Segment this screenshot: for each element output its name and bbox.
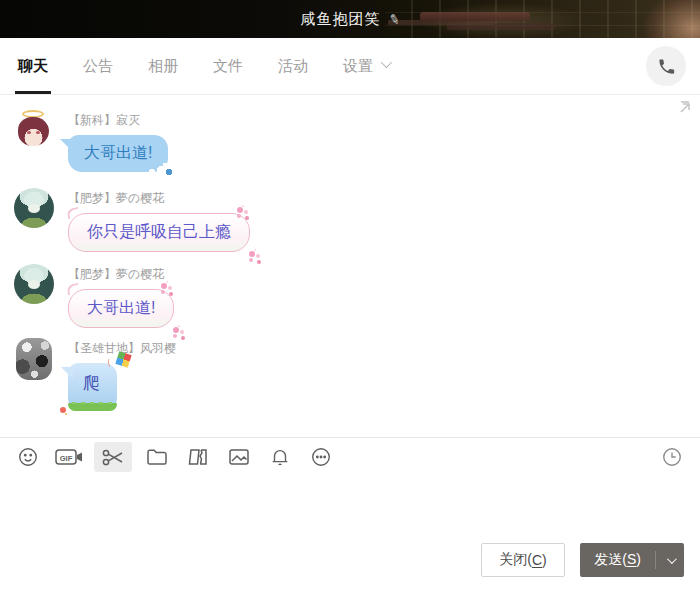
bell-icon: [269, 446, 291, 468]
emoji-icon: [17, 446, 39, 468]
message-text: 大哥出道!: [84, 144, 152, 161]
tab-activities[interactable]: 活动: [278, 38, 308, 94]
sakura-flower-icon: [249, 251, 255, 257]
tab-album[interactable]: 相册: [148, 38, 178, 94]
folder-button[interactable]: [141, 442, 173, 472]
sakura-flower-icon: [237, 207, 243, 213]
more-ellipsis-icon: [310, 446, 332, 468]
title-bar: 咸鱼抱团笑 ✎: [0, 0, 700, 38]
phone-icon: [657, 57, 676, 76]
message-bubble[interactable]: 爬: [68, 363, 117, 411]
message-bubble[interactable]: 你只是呼吸自己上瘾: [68, 213, 250, 252]
avatar[interactable]: [16, 338, 52, 380]
chat-message: 【新科】寂灭 大哥出道!: [14, 110, 168, 172]
sender-name: 【新科】寂灭: [68, 112, 140, 129]
send-button[interactable]: 发送(S): [580, 551, 655, 569]
more-button[interactable]: [305, 442, 337, 472]
sender-name: 【肥梦】夢の樱花: [68, 190, 164, 207]
message-text: 你只是呼吸自己上瘾: [87, 223, 231, 240]
curl-decoration: [66, 283, 80, 295]
kite-decoration: [115, 351, 131, 367]
tab-bar: 聊天 公告 相册 文件 活动 设置: [0, 38, 700, 95]
image-button[interactable]: [223, 442, 255, 472]
message-text: 大哥出道!: [87, 299, 155, 316]
sakura-flower-icon: [161, 283, 167, 289]
emoji-button[interactable]: [12, 442, 44, 472]
chevron-down-icon: [381, 57, 392, 68]
avatar[interactable]: [14, 110, 54, 150]
curl-decoration: [66, 207, 80, 219]
gif-icon: GIF: [54, 446, 84, 468]
input-toolbar: GIF: [0, 437, 700, 475]
sender-name: 【肥梦】夢の樱花: [68, 266, 164, 283]
message-bubble[interactable]: 大哥出道!: [68, 289, 174, 328]
chat-image-history-button[interactable]: [182, 442, 214, 472]
avatar-face: [18, 117, 49, 146]
voice-call-button[interactable]: [646, 46, 686, 86]
tab-chat[interactable]: 聊天: [18, 38, 48, 94]
wave-decoration: [143, 161, 173, 177]
group-chat-window: 咸鱼抱团笑 ✎ 聊天 公告 相册 文件 活动 设置: [0, 0, 700, 591]
flower-decoration: [60, 407, 66, 413]
chevron-down-icon: [666, 554, 676, 564]
gif-button[interactable]: GIF: [53, 442, 85, 472]
folder-icon: [145, 446, 169, 468]
message-bubble[interactable]: 大哥出道!: [68, 135, 168, 172]
image-icon: [227, 446, 251, 468]
scroll-to-top-icon[interactable]: [678, 100, 692, 118]
send-options-button[interactable]: [656, 543, 684, 577]
avatar[interactable]: [14, 264, 54, 304]
message-history-button[interactable]: [656, 442, 688, 472]
message-input[interactable]: [0, 476, 700, 536]
send-button-group: 发送(S): [580, 543, 684, 577]
titlebar-background-art-gun: [420, 12, 530, 21]
message-text: 爬: [83, 374, 100, 393]
grass-decoration: [68, 403, 117, 411]
tab-settings[interactable]: 设置: [343, 38, 389, 94]
avatar[interactable]: [14, 188, 54, 228]
torn-papers-icon: [186, 446, 210, 468]
close-button[interactable]: 关闭(C): [481, 543, 565, 577]
chat-message: 【肥梦】夢の樱花 你只是呼吸自己上瘾: [14, 188, 250, 252]
edit-title-icon[interactable]: ✎: [387, 10, 401, 27]
tab-files[interactable]: 文件: [213, 38, 243, 94]
clock-icon: [661, 446, 683, 468]
notification-button[interactable]: [264, 442, 296, 472]
scissors-icon: [101, 446, 125, 468]
svg-text:GIF: GIF: [60, 454, 73, 463]
sakura-flower-icon: [173, 327, 179, 333]
tab-announcement[interactable]: 公告: [83, 38, 113, 94]
chat-message: 【圣雄甘地】风羽樱 爬: [14, 338, 176, 411]
group-title: 咸鱼抱团笑: [301, 10, 381, 29]
message-list: 【新科】寂灭 大哥出道! 【肥梦】夢の樱花 你只是呼吸自己上瘾: [0, 96, 700, 437]
chat-message: 【肥梦】夢の樱花 大哥出道!: [14, 264, 174, 328]
screenshot-button[interactable]: [94, 442, 132, 472]
